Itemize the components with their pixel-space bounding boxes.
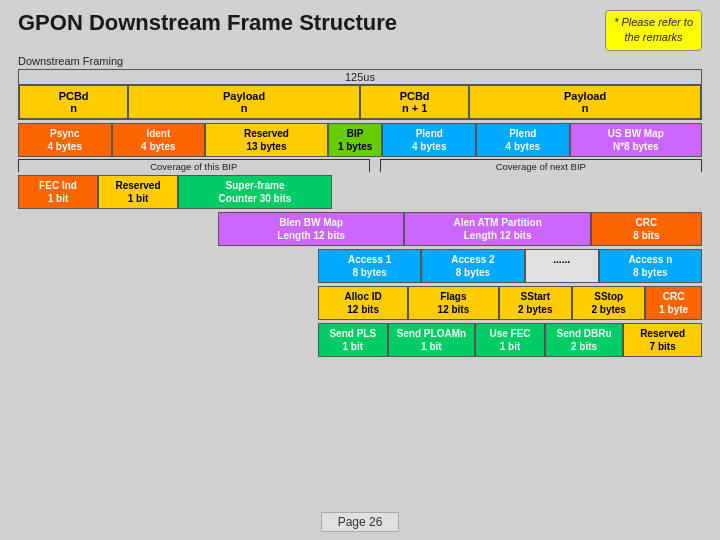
pcbd-n1-label: PCBd n + 1 [400,90,430,114]
coverage-left-label: Coverage of this BIP [150,161,237,172]
sf-counter-label: Super-frame Counter 30 bits [219,180,292,204]
psync-label: Psync 4 bytes [48,128,82,152]
crc8-cell: CRC 8 bits [591,212,702,246]
dots-label: ...... [553,254,570,265]
flags-cell: Flags 12 bits [408,286,498,320]
row-125us: 125us [19,70,701,85]
note-text2: the remarks [625,31,683,43]
downstream-framing-label: Downstream Framing [18,55,702,67]
bwmap-label: US BW Map N*8 bytes [608,128,664,152]
sstop-label: SStop 2 bytes [591,291,625,315]
blen-label: Blen BW Map Length 12 bits [277,217,345,241]
alloc-id-cell: Alloc ID 12 bits [318,286,408,320]
usefec-label: Use FEC 1 bit [489,328,530,352]
crc1b-cell: CRC 1 byte [645,286,702,320]
access2-cell: Access 2 8 bytes [421,249,524,283]
flags-label: Flags 12 bits [438,291,470,315]
reserved-label: Reserved 13 bytes [244,128,289,152]
sendpls-cell: Send PLS 1 bit [318,323,388,357]
access1-label: Access 1 8 bytes [348,254,391,278]
ident-label: Ident 4 bytes [141,128,175,152]
access-row: Access 1 8 bytes Access 2 8 bytes ......… [318,249,702,283]
fec-cell: FEC Ind 1 bit [18,175,98,209]
crc1b-label: CRC 1 byte [659,291,688,315]
bip-cell: BIP 1 bytes [328,123,383,157]
reserved-1bit-cell: Reserved 1 bit [98,175,178,209]
sstart-cell: SStart 2 bytes [499,286,572,320]
fec-spacer [332,175,702,209]
blen-row: Blen BW Map Length 12 bits Alen ATM Part… [218,212,702,246]
framing-container: 125us PCBd n Payload n PCBd n + 1 Payloa… [18,69,702,120]
sstart-label: SStart 2 bytes [518,291,552,315]
usefec-cell: Use FEC 1 bit [475,323,545,357]
reserved-1bit-label: Reserved 1 bit [115,180,160,204]
payload-n-label: Payload n [223,90,265,114]
fec-row: FEC Ind 1 bit Reserved 1 bit Super-frame… [18,175,702,209]
sendploam-cell: Send PLOAMn 1 bit [388,323,476,357]
payload-n-cell: Payload n [128,85,360,119]
sf-counter-cell: Super-frame Counter 30 bits [178,175,332,209]
page-title: GPON Downstream Frame Structure [18,10,397,36]
note-box: * Please refer to the remarks [605,10,702,51]
payload-n1-label: Payload n [564,90,606,114]
pcbd-n-label: PCBd n [59,90,89,114]
psync-cell: Psync 4 bytes [18,123,112,157]
page: GPON Downstream Frame Structure * Please… [0,0,720,540]
pcbd-n-cell: PCBd n [19,85,128,119]
pcbd-n1-cell: PCBd n + 1 [360,85,469,119]
senddbru-label: Send DBRu 2 bits [557,328,612,352]
res7b-cell: Reserved 7 bits [623,323,702,357]
pcb-row: PCBd n Payload n PCBd n + 1 Payload n [19,85,701,119]
page-number: Page 26 [321,512,400,532]
note-text: * Please refer to [614,16,693,28]
dots-cell: ...... [525,249,599,283]
bwmap-cell: US BW Map N*8 bytes [570,123,702,157]
senddbru-cell: Send DBRu 2 bits [545,323,624,357]
plend1-cell: Plend 4 bytes [382,123,476,157]
send-row: Send PLS 1 bit Send PLOAMn 1 bit Use FEC… [318,323,702,357]
plend2-label: Plend 4 bytes [506,128,540,152]
coverage-row: Coverage of this BIP Coverage of next BI… [18,159,702,172]
blen-cell: Blen BW Map Length 12 bits [218,212,404,246]
bip-label: BIP 1 bytes [338,128,372,152]
crc8-label: CRC 8 bits [633,217,659,241]
title-row: GPON Downstream Frame Structure * Please… [18,10,702,51]
coverage-gap [370,159,380,172]
alloc-row: Alloc ID 12 bits Flags 12 bits SStart 2 … [318,286,702,320]
sstop-cell: SStop 2 bytes [572,286,645,320]
alloc-id-label: Alloc ID 12 bits [345,291,382,315]
sendploam-label: Send PLOAMn 1 bit [397,328,466,352]
res7b-label: Reserved 7 bits [640,328,685,352]
payload-n1-cell: Payload n [469,85,701,119]
access2-label: Access 2 8 bytes [451,254,494,278]
atn-cell: Alen ATM Partition Length 12 bits [404,212,590,246]
duration-label: 125us [345,71,375,83]
access1-cell: Access 1 8 bytes [318,249,421,283]
sendpls-label: Send PLS 1 bit [329,328,376,352]
accessn-label: Access n 8 bytes [628,254,672,278]
coverage-left: Coverage of this BIP [18,159,370,172]
ident-cell: Ident 4 bytes [112,123,206,157]
coverage-right: Coverage of next BIP [380,159,702,172]
page-number-label: Page 26 [338,515,383,529]
fields-row: Psync 4 bytes Ident 4 bytes Reserved 13 … [18,123,702,157]
plend2-cell: Plend 4 bytes [476,123,570,157]
main-content: GPON Downstream Frame Structure * Please… [0,0,720,370]
fec-label: FEC Ind 1 bit [39,180,77,204]
footer: Page 26 [0,512,720,532]
coverage-right-label: Coverage of next BIP [496,161,586,172]
atn-label: Alen ATM Partition Length 12 bits [453,217,541,241]
accessn-cell: Access n 8 bytes [599,249,702,283]
plend1-label: Plend 4 bytes [412,128,446,152]
reserved-cell: Reserved 13 bytes [205,123,328,157]
